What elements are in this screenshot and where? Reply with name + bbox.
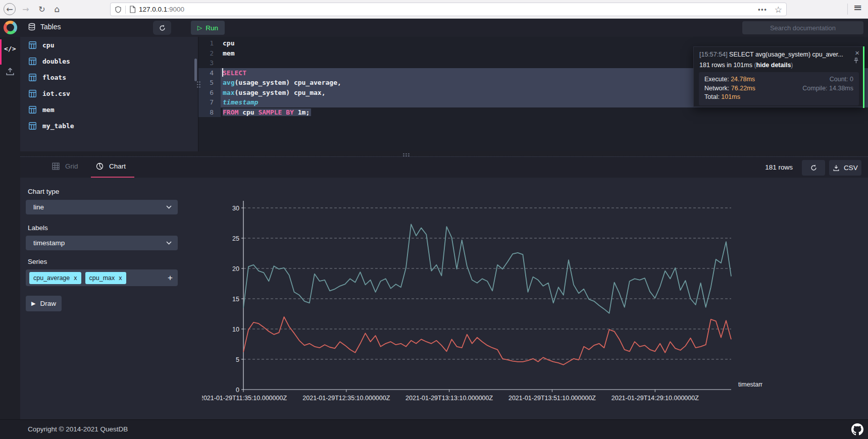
labels-select[interactable]: timestamp xyxy=(26,236,178,250)
table-icon xyxy=(29,90,36,97)
table-item-iot.csv[interactable]: iot.csv xyxy=(20,85,198,101)
pie-chart-icon xyxy=(96,162,104,170)
table-item-mem[interactable]: mem xyxy=(20,101,198,118)
stat-row: Compile: 14.38ms xyxy=(802,84,853,93)
splitter-drag-handle[interactable] xyxy=(402,153,411,156)
page-actions-icon[interactable]: ••• xyxy=(758,6,768,13)
notification-title: [15:57:54] SELECT avg(usage_system) cpu_… xyxy=(694,47,864,58)
table-item-cpu[interactable]: cpu xyxy=(20,37,198,53)
line-tokens: cpu xyxy=(223,39,234,47)
bookmark-star-icon[interactable]: ☆ xyxy=(775,5,782,15)
pin-icon[interactable] xyxy=(853,58,859,64)
svg-text:2021-01-29T13:51:10.000000Z: 2021-01-29T13:51:10.000000Z xyxy=(508,395,596,402)
chart-gridlines xyxy=(243,208,731,359)
draw-play-icon: ▶ xyxy=(31,300,35,307)
grid-icon xyxy=(52,162,60,170)
close-icon[interactable]: × xyxy=(855,49,859,57)
table-icon xyxy=(29,58,36,65)
shield-icon xyxy=(115,6,122,13)
series-chip-cpu_max[interactable]: cpu_maxx xyxy=(85,272,126,284)
line-tokens: SELECT xyxy=(223,69,246,77)
url-text: 127.0.0.1:9000 xyxy=(139,6,184,13)
table-item-doubles[interactable]: doubles xyxy=(20,53,198,69)
svg-text:2021-01-29T13:13:10.000000Z: 2021-01-29T13:13:10.000000Z xyxy=(405,395,493,402)
remove-chip-icon[interactable]: x xyxy=(119,275,122,282)
active-rail-indicator xyxy=(0,39,2,65)
series-chip-cpu_average[interactable]: cpu_averagex xyxy=(29,272,81,284)
refresh-tables-button[interactable] xyxy=(153,21,171,35)
questdb-logo[interactable] xyxy=(4,21,17,34)
run-label: Run xyxy=(206,24,218,32)
table-name: doubles xyxy=(42,58,70,65)
line-tokens: timestamp xyxy=(223,98,258,106)
notification-query: SELECT avg(usage_system) cpu_aver... xyxy=(729,51,843,58)
svg-text:timestamp: timestamp xyxy=(738,381,762,388)
chart-type-select[interactable]: line xyxy=(26,200,178,214)
csv-download-button[interactable]: CSV xyxy=(829,160,861,176)
tables-scrollbar[interactable] xyxy=(194,59,197,81)
svg-text:10: 10 xyxy=(232,326,239,333)
search-documentation-input[interactable] xyxy=(742,21,863,34)
series-line-cpu_max[interactable] xyxy=(243,224,731,313)
line-chart[interactable]: 0510152025302021-01-29T11:35:10.000000Z2… xyxy=(202,167,762,408)
table-name: mem xyxy=(42,106,54,114)
refresh-results-button[interactable] xyxy=(802,160,825,176)
notification-accent-bar xyxy=(863,46,864,108)
line-code: FROM cpu SAMPLE BY 1m; xyxy=(221,107,868,118)
menu-icon[interactable]: ≡ xyxy=(853,2,862,14)
github-icon[interactable] xyxy=(851,423,863,435)
code-editor-icon[interactable]: </> xyxy=(4,45,16,52)
chart-panel: Chart type line Labels timestamp Series … xyxy=(20,178,868,419)
tables-list: cpudoublesfloatsiot.csvmemmy_table xyxy=(20,37,198,134)
copyright-text: Copyright © 2014-2021 QuestDB xyxy=(28,425,128,433)
app-header: Tables ▷ Run xyxy=(0,19,868,37)
home-button[interactable]: ⌂ xyxy=(51,3,63,15)
stat-row: Total: 101ms xyxy=(704,93,755,102)
editor-caret xyxy=(222,68,223,77)
line-tokens: avg(usage_system) cpu_average, xyxy=(223,79,341,86)
line-tokens: max(usage_system) cpu_max, xyxy=(223,89,326,96)
upload-icon[interactable] xyxy=(6,67,15,76)
chart-type-label: Chart type xyxy=(28,188,59,195)
table-item-my_table[interactable]: my_table xyxy=(20,118,198,134)
back-button[interactable]: ← xyxy=(4,3,16,15)
run-button[interactable]: ▷ Run xyxy=(191,21,225,35)
line-number: 8 xyxy=(198,107,221,118)
svg-text:5: 5 xyxy=(236,356,239,363)
chart-tick-labels: 0510152025302021-01-29T11:35:10.000000Z2… xyxy=(202,205,762,402)
forward-button[interactable]: → xyxy=(20,3,32,15)
remove-chip-icon[interactable]: x xyxy=(74,275,77,282)
url-separator xyxy=(125,6,126,14)
tab-grid-label: Grid xyxy=(65,162,78,170)
hide-details-link[interactable]: hide details xyxy=(756,62,791,69)
reload-button[interactable]: ↻ xyxy=(36,3,48,15)
footer: Copyright © 2014-2021 QuestDB xyxy=(0,419,868,439)
row-count: 181 rows xyxy=(765,163,793,171)
table-icon xyxy=(29,74,36,81)
tables-label: Tables xyxy=(40,23,61,31)
tab-grid[interactable]: Grid xyxy=(52,162,78,170)
svg-text:30: 30 xyxy=(232,205,239,212)
url-port: :9000 xyxy=(167,6,184,13)
line-number: 4 xyxy=(198,68,221,78)
table-item-floats[interactable]: floats xyxy=(20,69,198,85)
url-bar[interactable]: 127.0.0.1:9000 ••• ☆ xyxy=(110,3,787,16)
line-number: 5 xyxy=(198,78,221,88)
line-number: 6 xyxy=(198,88,221,98)
draw-label: Draw xyxy=(40,300,56,307)
chevron-down-icon xyxy=(166,241,172,245)
table-icon xyxy=(29,122,36,130)
editor-drag-handle[interactable] xyxy=(196,81,201,89)
add-series-button[interactable]: + xyxy=(168,273,173,283)
svg-text:2021-01-29T11:35:10.000000Z: 2021-01-29T11:35:10.000000Z xyxy=(202,395,287,402)
query-notification: [15:57:54] SELECT avg(usage_system) cpu_… xyxy=(693,46,864,107)
draw-button[interactable]: ▶ Draw xyxy=(26,296,62,311)
table-icon xyxy=(29,106,36,114)
table-name: cpu xyxy=(42,41,54,49)
tab-chart[interactable]: Chart xyxy=(96,162,126,170)
notification-summary: 181 rows in 101ms (hide details) xyxy=(694,58,864,69)
stat-row: Count: 0 xyxy=(802,75,853,84)
series-label: Series xyxy=(28,258,47,265)
svg-text:15: 15 xyxy=(232,296,239,303)
series-line-cpu_average[interactable] xyxy=(243,317,731,365)
